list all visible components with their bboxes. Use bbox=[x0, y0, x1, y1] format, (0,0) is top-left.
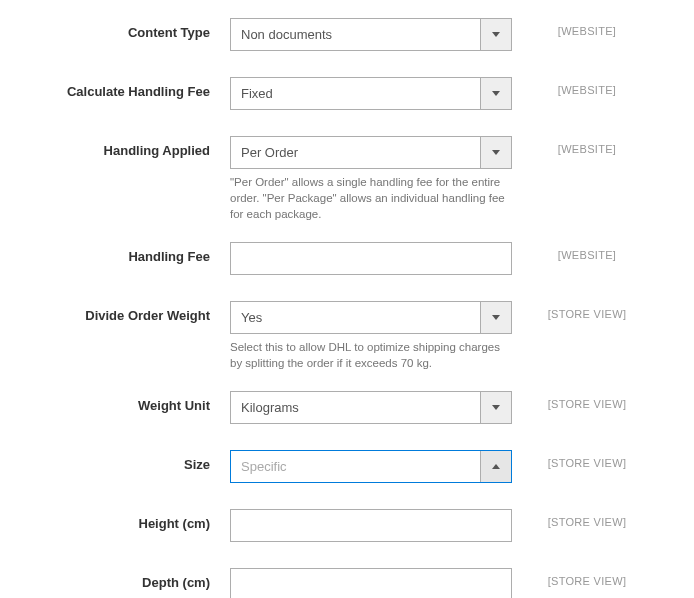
content-type-row: Content Type Non documents [WEBSITE] bbox=[40, 18, 654, 51]
handling-applied-select[interactable]: Per Order bbox=[230, 136, 512, 169]
size-row: Size Specific [STORE VIEW] bbox=[40, 450, 654, 483]
handling-fee-scope: [WEBSITE] bbox=[512, 242, 632, 261]
calculate-handling-fee-select[interactable]: Fixed bbox=[230, 77, 512, 110]
calculate-handling-fee-value: Fixed bbox=[231, 78, 480, 109]
size-label: Size bbox=[40, 450, 230, 472]
divide-order-weight-select[interactable]: Yes bbox=[230, 301, 512, 334]
divide-order-weight-row: Divide Order Weight Yes Select this to a… bbox=[40, 301, 654, 371]
handling-fee-input[interactable] bbox=[230, 242, 512, 275]
weight-unit-label: Weight Unit bbox=[40, 391, 230, 413]
size-scope: [STORE VIEW] bbox=[512, 450, 632, 469]
height-input[interactable] bbox=[230, 509, 512, 542]
handling-applied-row: Handling Applied Per Order "Per Order" a… bbox=[40, 136, 654, 222]
chevron-down-icon bbox=[480, 392, 511, 423]
chevron-up-icon bbox=[480, 451, 511, 482]
chevron-down-icon bbox=[480, 137, 511, 168]
height-scope: [STORE VIEW] bbox=[512, 509, 632, 528]
chevron-down-icon bbox=[480, 19, 511, 50]
height-row: Height (cm) [STORE VIEW] bbox=[40, 509, 654, 542]
depth-row: Depth (cm) [STORE VIEW] bbox=[40, 568, 654, 598]
content-type-label: Content Type bbox=[40, 18, 230, 40]
weight-unit-value: Kilograms bbox=[231, 392, 480, 423]
size-value: Specific bbox=[231, 451, 480, 482]
weight-unit-scope: [STORE VIEW] bbox=[512, 391, 632, 410]
weight-unit-row: Weight Unit Kilograms [STORE VIEW] bbox=[40, 391, 654, 424]
weight-unit-select[interactable]: Kilograms bbox=[230, 391, 512, 424]
height-label: Height (cm) bbox=[40, 509, 230, 531]
divide-order-weight-scope: [STORE VIEW] bbox=[512, 301, 632, 320]
content-type-value: Non documents bbox=[231, 19, 480, 50]
chevron-down-icon bbox=[480, 302, 511, 333]
size-select[interactable]: Specific bbox=[230, 450, 512, 483]
handling-applied-value: Per Order bbox=[231, 137, 480, 168]
depth-label: Depth (cm) bbox=[40, 568, 230, 590]
chevron-down-icon bbox=[480, 78, 511, 109]
handling-applied-help: "Per Order" allows a single handling fee… bbox=[230, 174, 512, 222]
calculate-handling-fee-row: Calculate Handling Fee Fixed [WEBSITE] bbox=[40, 77, 654, 110]
handling-applied-label: Handling Applied bbox=[40, 136, 230, 158]
divide-order-weight-label: Divide Order Weight bbox=[40, 301, 230, 323]
depth-scope: [STORE VIEW] bbox=[512, 568, 632, 587]
divide-order-weight-help: Select this to allow DHL to optimize shi… bbox=[230, 339, 512, 371]
calculate-handling-fee-scope: [WEBSITE] bbox=[512, 77, 632, 96]
divide-order-weight-value: Yes bbox=[231, 302, 480, 333]
handling-fee-row: Handling Fee [WEBSITE] bbox=[40, 242, 654, 275]
handling-applied-scope: [WEBSITE] bbox=[512, 136, 632, 155]
depth-input[interactable] bbox=[230, 568, 512, 598]
content-type-select[interactable]: Non documents bbox=[230, 18, 512, 51]
calculate-handling-fee-label: Calculate Handling Fee bbox=[40, 77, 230, 99]
handling-fee-label: Handling Fee bbox=[40, 242, 230, 264]
content-type-scope: [WEBSITE] bbox=[512, 18, 632, 37]
